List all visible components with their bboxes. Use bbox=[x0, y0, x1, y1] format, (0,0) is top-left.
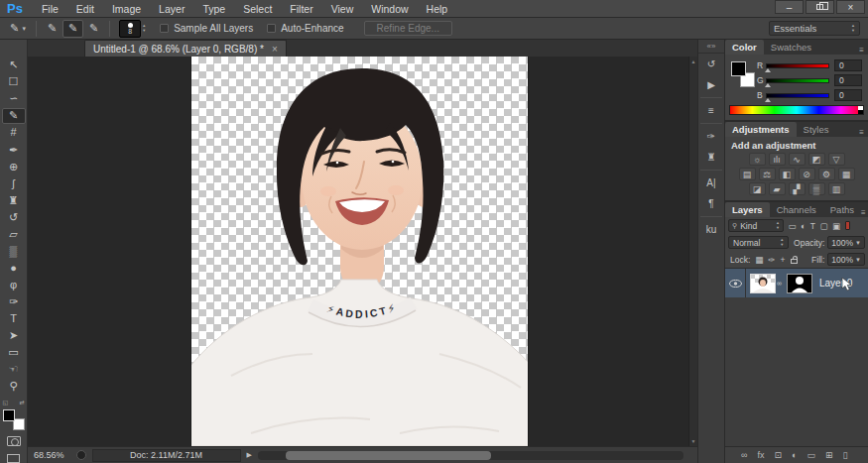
tab-color[interactable]: Color bbox=[725, 40, 764, 55]
status-globe-icon[interactable] bbox=[76, 450, 86, 460]
tab-paths[interactable]: Paths bbox=[823, 202, 861, 217]
filter-pixel-layers-icon[interactable]: ▭ bbox=[789, 221, 797, 231]
character-panel-icon[interactable]: A| bbox=[700, 174, 722, 192]
invert-icon[interactable]: ◪ bbox=[749, 182, 766, 195]
color-balance-icon[interactable]: ⚖ bbox=[759, 168, 776, 180]
workspace-switcher[interactable]: Essentials ▲▼ bbox=[769, 21, 860, 36]
tool-history-brush-button[interactable]: ↺ bbox=[2, 209, 26, 225]
menu-edit[interactable]: Edit bbox=[67, 3, 103, 15]
levels-icon[interactable]: ılı bbox=[769, 153, 786, 166]
properties-panel-icon[interactable]: ≡ bbox=[700, 102, 722, 120]
tool-rectangular-marquee-button[interactable]: ☐ bbox=[2, 74, 26, 90]
gradient-map-icon[interactable]: ▒ bbox=[808, 182, 825, 195]
filter-smart-object-icon[interactable]: ▣ bbox=[832, 221, 840, 231]
add-to-selection-button[interactable]: ✎ bbox=[62, 20, 83, 38]
zoom-level-field[interactable]: 68.56% bbox=[28, 450, 70, 460]
brightness-contrast-icon[interactable]: ☼ bbox=[749, 153, 766, 166]
paragraph-panel-icon[interactable]: ¶ bbox=[700, 195, 722, 213]
delete-layer-icon[interactable]: ▯ bbox=[842, 450, 847, 460]
sample-all-layers-checkbox[interactable] bbox=[160, 24, 169, 33]
curves-icon[interactable]: ∿ bbox=[789, 153, 806, 166]
brush-size-stepper[interactable]: ▲▼ bbox=[142, 24, 146, 33]
filter-kind-select[interactable]: ⚲ Kind ▲▼ bbox=[728, 219, 784, 232]
panel-menu-icon[interactable]: ≡ bbox=[859, 46, 868, 55]
tab-channels[interactable]: Channels bbox=[770, 202, 823, 217]
panel-menu-icon[interactable]: ≡ bbox=[859, 128, 868, 137]
filter-toggle-switch[interactable] bbox=[845, 221, 850, 230]
layer-thumbnail[interactable] bbox=[750, 274, 776, 293]
document-tab[interactable]: Untitled-1 @ 68.6% (Layer 0, RGB/8) * × bbox=[84, 40, 287, 57]
close-tab-icon[interactable]: × bbox=[272, 44, 278, 55]
scroll-up-icon[interactable]: ▲ bbox=[691, 58, 696, 64]
menu-view[interactable]: View bbox=[322, 3, 363, 15]
exposure-icon[interactable]: ◩ bbox=[808, 153, 825, 166]
tab-swatches[interactable]: Swatches bbox=[764, 40, 818, 55]
menu-layer[interactable]: Layer bbox=[150, 3, 193, 15]
tool-zoom-button[interactable]: ⚲ bbox=[2, 379, 26, 395]
photo-filter-icon[interactable]: ⊘ bbox=[799, 168, 815, 180]
add-layer-mask-icon[interactable]: ⊡ bbox=[774, 450, 782, 460]
tool-rectangle-button[interactable]: ▭ bbox=[2, 345, 26, 361]
tab-styles[interactable]: Styles bbox=[797, 122, 836, 137]
tool-quick-selection-button[interactable]: ✎ bbox=[2, 108, 26, 124]
layer-row-selected[interactable]: ∞ Layer 0 bbox=[725, 269, 868, 297]
black-white-icon[interactable]: ◧ bbox=[779, 168, 796, 180]
screen-mode-button[interactable] bbox=[7, 454, 20, 463]
color-lookup-icon[interactable]: ▦ bbox=[838, 168, 855, 180]
brush-panel-icon[interactable]: ✑ bbox=[700, 128, 722, 146]
selective-color-icon[interactable]: ▥ bbox=[828, 182, 845, 195]
tool-type-button[interactable]: T bbox=[2, 311, 26, 327]
opacity-field[interactable]: 100%▼ bbox=[827, 236, 865, 249]
menu-filter[interactable]: Filter bbox=[281, 3, 321, 15]
tool-crop-button[interactable]: # bbox=[2, 125, 26, 141]
tool-lasso-button[interactable]: ∽ bbox=[2, 91, 26, 107]
refine-edge-button[interactable]: Refine Edge... bbox=[364, 21, 452, 36]
tool-blur-button[interactable]: ● bbox=[2, 260, 26, 276]
subtract-from-selection-button[interactable]: ✎ bbox=[83, 20, 104, 38]
swap-colors-icon[interactable]: ⇄ bbox=[19, 399, 24, 405]
red-slider-thumb[interactable] bbox=[765, 68, 771, 72]
threshold-icon[interactable]: ▞ bbox=[789, 182, 806, 195]
new-adjustment-layer-icon[interactable]: ◐ bbox=[792, 450, 797, 460]
new-group-icon[interactable]: ▭ bbox=[806, 450, 815, 460]
new-layer-icon[interactable]: ⊞ bbox=[825, 450, 833, 460]
horizontal-scroll-thumb[interactable] bbox=[286, 451, 491, 460]
layer-style-icon[interactable]: fx bbox=[757, 450, 764, 460]
tool-pen-button[interactable]: ✑ bbox=[2, 293, 26, 309]
fill-field[interactable]: 100%▼ bbox=[827, 253, 865, 266]
foreground-color-swatch[interactable] bbox=[731, 61, 746, 76]
horizontal-scrollbar[interactable] bbox=[258, 451, 683, 460]
color-spectrum-ramp[interactable] bbox=[729, 105, 864, 115]
kuler-panel-icon[interactable]: ku bbox=[700, 221, 722, 239]
menu-help[interactable]: Help bbox=[418, 3, 457, 15]
visibility-cell[interactable] bbox=[725, 269, 746, 297]
link-layers-icon[interactable]: ∞ bbox=[741, 450, 747, 460]
history-panel-icon[interactable]: ↺ bbox=[700, 56, 722, 73]
blend-mode-select[interactable]: Normal ▲▼ bbox=[728, 236, 789, 249]
lock-all-icon[interactable] bbox=[791, 259, 798, 264]
vibrance-icon[interactable]: ▽ bbox=[828, 153, 845, 166]
hue-saturation-icon[interactable]: ▤ bbox=[739, 168, 756, 180]
menu-file[interactable]: File bbox=[33, 3, 67, 15]
close-button[interactable]: × bbox=[836, 0, 865, 14]
status-more-icon[interactable]: ▶ bbox=[247, 451, 252, 459]
menu-window[interactable]: Window bbox=[362, 3, 417, 15]
tool-dodge-button[interactable]: φ bbox=[2, 277, 26, 292]
vertical-scrollbar[interactable]: ▲▼ bbox=[688, 57, 697, 446]
blue-value-field[interactable]: 0 bbox=[834, 89, 862, 101]
quick-mask-button[interactable] bbox=[7, 436, 21, 446]
tool-eraser-button[interactable]: ▱ bbox=[2, 226, 26, 242]
tool-gradient-button[interactable]: ▒ bbox=[2, 243, 26, 259]
red-value-field[interactable]: 0 bbox=[834, 59, 862, 71]
default-colors-icon[interactable]: ◱ bbox=[3, 399, 9, 405]
red-slider[interactable] bbox=[766, 63, 829, 68]
tool-eyedropper-button[interactable]: ✒ bbox=[2, 142, 26, 158]
menu-select[interactable]: Select bbox=[234, 3, 281, 15]
tool-path-selection-button[interactable]: ➤ bbox=[2, 328, 26, 344]
tool-spot-healing-button[interactable]: ⊕ bbox=[2, 159, 26, 174]
green-value-field[interactable]: 0 bbox=[834, 74, 862, 86]
tab-adjustments[interactable]: Adjustments bbox=[725, 122, 797, 137]
tool-move-button[interactable]: ↖ bbox=[2, 58, 26, 73]
panel-menu-icon[interactable]: ≡ bbox=[861, 208, 868, 217]
green-slider-thumb[interactable] bbox=[765, 83, 771, 87]
